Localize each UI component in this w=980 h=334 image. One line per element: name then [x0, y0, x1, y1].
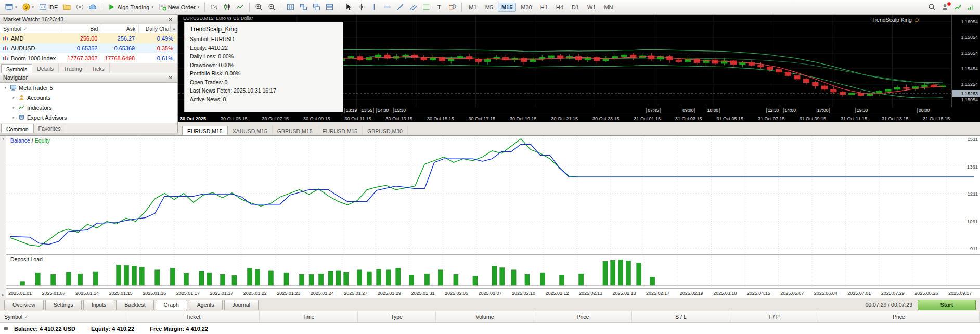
shapes-icon[interactable] — [446, 2, 458, 13]
trade-col-symbol[interactable]: Symbol✓ — [0, 311, 127, 322]
chart-tab-gbpusd-m30[interactable]: GBPUSD,M30 — [363, 126, 408, 135]
tree-expander-icon[interactable]: ▾ — [3, 86, 8, 90]
timeframe-m15[interactable]: M15 — [498, 3, 516, 12]
open-folder-icon[interactable] — [61, 2, 73, 13]
chart-tab-eurusd-m15[interactable]: EURUSD,M15 — [317, 126, 363, 135]
navigator-item-indicators[interactable]: ▸Indicators — [0, 102, 177, 112]
tester-tab-settings[interactable]: Settings — [45, 300, 82, 310]
market-trend-icon[interactable] — [952, 2, 964, 13]
algo-trading-button[interactable]: Algo Trading▾ — [106, 2, 155, 13]
trade-col-volume[interactable]: Volume — [436, 311, 534, 322]
collapse-right-icon[interactable]: ▸ — [2, 293, 4, 297]
tile-windows-icon[interactable] — [298, 2, 310, 13]
cascade-windows-icon[interactable] — [311, 2, 323, 13]
timeframe-h4[interactable]: H4 — [552, 3, 567, 12]
crosshair-icon[interactable] — [355, 2, 367, 13]
time-marker: 14:30 — [376, 108, 390, 113]
tree-expander-icon[interactable]: ▸ — [11, 115, 16, 120]
trade-col-time[interactable]: Time — [260, 311, 357, 322]
arrange-horizontal-icon[interactable] — [324, 2, 336, 13]
chart-tab-xauusd-m15[interactable]: XAUUSD,M15 — [228, 126, 273, 135]
tester-tab-inputs[interactable]: Inputs — [83, 300, 115, 310]
svg-text:</>: </> — [41, 5, 46, 9]
trade-col-t-p[interactable]: T / P — [730, 311, 819, 322]
tab-details[interactable]: Details — [32, 63, 59, 73]
timeframe-d1[interactable]: D1 — [568, 3, 583, 12]
chart-time-axis[interactable]: 30 Oct 202530 Oct 05:1530 Oct 07:1530 Oc… — [178, 114, 952, 122]
trade-col-price-2[interactable]: Price — [818, 311, 980, 322]
channel-icon[interactable] — [407, 2, 419, 13]
trade-col-type[interactable]: Type — [358, 311, 436, 322]
cloud-sync-icon[interactable] — [87, 2, 99, 13]
zoom-out-icon[interactable] — [266, 2, 278, 13]
market-watch-close-icon[interactable]: ✕ — [167, 17, 174, 22]
navigator-item-metatrader-5[interactable]: ▾MetaTrader 5 — [0, 83, 177, 93]
market-watch-col-bid[interactable]: Bid — [61, 24, 102, 33]
tester-tab-journal[interactable]: Journal — [224, 300, 259, 310]
text-tool-icon[interactable]: T — [433, 2, 445, 13]
trade-col-price[interactable]: Price — [534, 311, 632, 322]
cursor-icon[interactable] — [342, 2, 354, 13]
new-order-button-dropdown-icon: ▾ — [198, 5, 200, 9]
market-watch-row-boom-1000-index[interactable]: Boom 1000 Index17767.330217768.64980.61% — [0, 53, 177, 63]
market-watch-col-symbol[interactable]: Symbol ✓ — [0, 24, 61, 33]
grid-icon[interactable] — [285, 2, 296, 13]
candlestick-chart-icon[interactable] — [221, 2, 233, 13]
tester-tab-overview[interactable]: Overview — [4, 300, 44, 310]
price-chart-plot[interactable]: EURUSD,M15: Euro vs US Dollar TrendScalp… — [178, 15, 952, 107]
navigator-close-ic[interactable]: ✕ — [167, 75, 174, 81]
horizontal-line-icon[interactable] — [381, 2, 393, 13]
timeframe-w1[interactable]: W1 — [584, 3, 600, 12]
tree-expander-icon[interactable]: ▸ — [11, 96, 16, 100]
tab-favorites[interactable]: Favorites — [34, 123, 66, 133]
connection-status-icon — [967, 3, 975, 11]
new-order-button[interactable]: New Order▾ — [157, 2, 202, 13]
tester-tab-agents[interactable]: Agents — [189, 300, 223, 310]
navigator-item-accounts[interactable]: ▸Accounts — [0, 93, 177, 102]
account-dollar-icon[interactable]: $▾ — [20, 2, 36, 13]
ide-button[interactable]: </>IDE — [37, 2, 60, 13]
tester-tab-backtest[interactable]: Backtest — [116, 300, 153, 310]
price-scale[interactable]: 1.15263 1.160541.158541.156541.154541.15… — [951, 15, 980, 107]
timeframe-mn[interactable]: MN — [600, 3, 616, 12]
timeframe-h1[interactable]: H1 — [537, 3, 551, 12]
navigator-item-expert-advisors[interactable]: ▸Expert Advisors — [0, 112, 177, 122]
bar-chart-icon[interactable] — [208, 2, 220, 13]
trade-col-s-l[interactable]: S / L — [632, 311, 730, 322]
ea-panel-line: Drawdown: 0.00% — [190, 61, 338, 70]
fibonacci-icon[interactable] — [420, 2, 432, 13]
tester-panel-splitter[interactable]: ◂ ▸ — [0, 136, 6, 298]
timeframe-m5[interactable]: M5 — [482, 3, 497, 12]
start-button[interactable]: Start — [918, 300, 976, 310]
notifications-icon[interactable] — [939, 2, 951, 13]
timeframe-m30[interactable]: M30 — [517, 3, 535, 12]
ea-smiley-icon[interactable]: ☺ — [914, 17, 920, 23]
market-watch-row-amd[interactable]: AMD256.00256.270.49% — [0, 33, 177, 43]
tab-trading[interactable]: Trading — [59, 63, 87, 73]
search-icon[interactable] — [926, 2, 938, 13]
trendline-icon[interactable] — [394, 2, 406, 13]
chart-tab-gbpusd-m15[interactable]: GBPUSD,M15 — [273, 126, 318, 135]
chart-tab-eurusd-m15[interactable]: EURUSD,M15 — [182, 126, 228, 135]
tree-expander-icon[interactable]: ▸ — [11, 106, 16, 110]
tester-date-label: 2025.08.26 — [914, 291, 938, 296]
market-watch-scroll-up-icon[interactable]: ▲ — [170, 24, 177, 32]
tester-tab-graph[interactable]: Graph — [156, 300, 187, 310]
market-watch-row-audusd[interactable]: AUDUSD0.653520.65369-0.35% — [0, 43, 177, 53]
connection-status-icon[interactable] — [965, 2, 977, 13]
timeframe-m1[interactable]: M1 — [465, 3, 480, 12]
community-icon[interactable] — [74, 2, 86, 13]
collapse-left-icon[interactable]: ◂ — [2, 137, 4, 141]
vertical-line-icon[interactable] — [368, 2, 380, 13]
terminal-icon[interactable]: ▾ — [3, 2, 19, 13]
tester-date-label: 2025.01.22 — [243, 291, 267, 296]
tab-common[interactable]: Common — [1, 124, 34, 133]
trade-col-ticket[interactable]: Ticket — [127, 311, 260, 322]
tester-date-label: 2025.06.04 — [814, 291, 837, 296]
market-watch-col-ask[interactable]: Ask — [101, 24, 139, 33]
zoom-in-icon[interactable] — [253, 2, 265, 13]
status-bar: Balance: 4 410.22 USDEquity: 4 410.22Fre… — [0, 323, 980, 334]
tab-symbols[interactable]: Symbols — [1, 64, 32, 73]
tab-ticks[interactable]: Ticks — [87, 63, 110, 73]
line-chart-icon[interactable] — [234, 2, 246, 13]
